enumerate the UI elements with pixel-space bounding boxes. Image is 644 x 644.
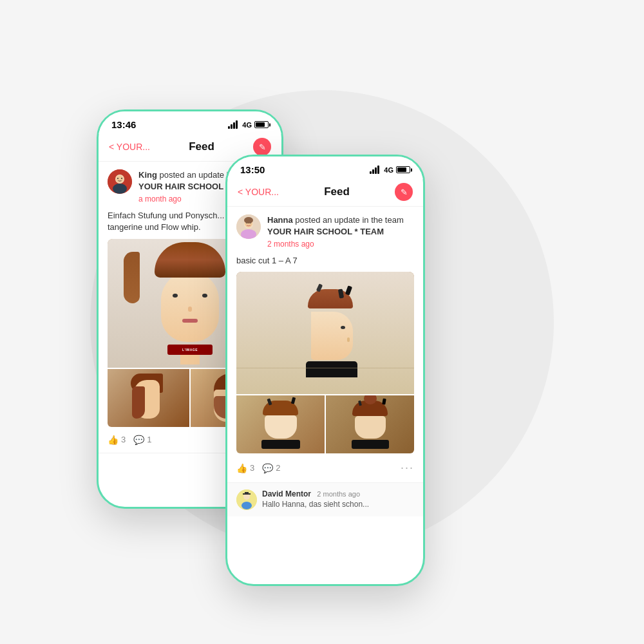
like-action-2[interactable]: 👍 3	[236, 463, 254, 473]
signal-icon-2	[370, 166, 379, 174]
like-action-1[interactable]: 👍 3	[108, 435, 126, 445]
image-row-2	[236, 395, 414, 453]
back-button-1[interactable]: < YOUR...	[109, 142, 150, 152]
time-1: 13:46	[111, 119, 136, 130]
post-images-2	[236, 272, 414, 453]
edit-button-2[interactable]: ✎	[395, 183, 413, 201]
post-team-2: YOUR HAIR SCHOOL * TEAM	[267, 227, 384, 236]
status-icons-2: 4G	[370, 166, 410, 174]
time-2: 13:50	[240, 164, 265, 175]
svg-point-3	[116, 175, 124, 183]
signal-icon-1	[228, 121, 238, 129]
comment-icon-2: 💬	[262, 463, 273, 473]
avatar-hanna	[236, 214, 261, 239]
like-icon-1: 👍	[108, 435, 118, 445]
comment-section: David Mentor 2 months ago Hallo Hanna, d…	[227, 483, 423, 516]
david-avatar-icon	[236, 489, 257, 510]
svg-rect-17	[245, 492, 249, 494]
network-label-2: 4G	[384, 166, 393, 174]
like-count-2: 3	[250, 463, 254, 473]
more-options-button[interactable]: ···	[401, 461, 414, 475]
comment-body: Hallo Hanna, das sieht schon...	[262, 500, 369, 509]
post-actions-2: 👍 3 💬 2 ···	[236, 456, 414, 475]
edit-button-1[interactable]: ✎	[253, 138, 271, 156]
post-meta-2: Hanna posted an update in the team YOUR …	[267, 214, 414, 250]
nav-bar-2: < YOUR... Feed ✎	[227, 179, 423, 207]
status-bar-1: 13:46 4G	[99, 111, 281, 134]
like-icon-2: 👍	[236, 463, 247, 473]
comment-author: David Mentor	[262, 489, 311, 498]
comment-action-1[interactable]: 💬 1	[133, 435, 151, 445]
svg-point-4	[117, 178, 118, 179]
comment-time: 2 months ago	[317, 490, 360, 498]
feed-title-1: Feed	[189, 140, 214, 153]
battery-icon-2	[396, 166, 410, 173]
comment-count-1: 1	[147, 435, 151, 444]
avatar-david	[236, 489, 257, 510]
post-author-1: King	[138, 170, 157, 180]
comment-content: David Mentor 2 months ago Hallo Hanna, d…	[262, 489, 369, 509]
thumb-2-right	[326, 395, 414, 453]
svg-point-12	[244, 217, 253, 223]
network-label-1: 4G	[242, 121, 252, 129]
post-body-2: basic cut 1 – A 7	[236, 255, 414, 267]
comment-action-2[interactable]: 💬 2	[262, 463, 280, 473]
main-image-2	[236, 272, 414, 394]
phone-2: 13:50 4G < YOUR... Feed	[225, 155, 425, 586]
back-button-2[interactable]: < YOUR...	[238, 187, 279, 197]
svg-point-5	[121, 178, 122, 179]
status-bar-2: 13:50 4G	[227, 156, 423, 179]
status-icons-1: 4G	[228, 121, 269, 129]
thumb-1-left	[108, 369, 189, 427]
avatar-king	[108, 169, 132, 194]
comment-count-2: 2	[276, 463, 280, 473]
post-header-2: Hanna posted an update in the team YOUR …	[236, 214, 414, 250]
thumb-2-left	[236, 395, 325, 453]
svg-point-15	[242, 502, 252, 509]
post-2: Hanna posted an update in the team YOUR …	[227, 207, 423, 483]
comment-icon-1: 💬	[133, 435, 144, 445]
post-author-2: Hanna	[267, 215, 293, 225]
svg-point-2	[113, 184, 127, 194]
like-count-1: 3	[121, 435, 126, 444]
post-action-2: posted an update in the team	[293, 215, 404, 225]
post-time-2: 2 months ago	[267, 239, 414, 250]
king-avatar-icon	[108, 169, 132, 194]
hanna-avatar-icon	[236, 214, 261, 239]
battery-icon-1	[254, 121, 269, 128]
feed-title-2: Feed	[324, 185, 350, 198]
